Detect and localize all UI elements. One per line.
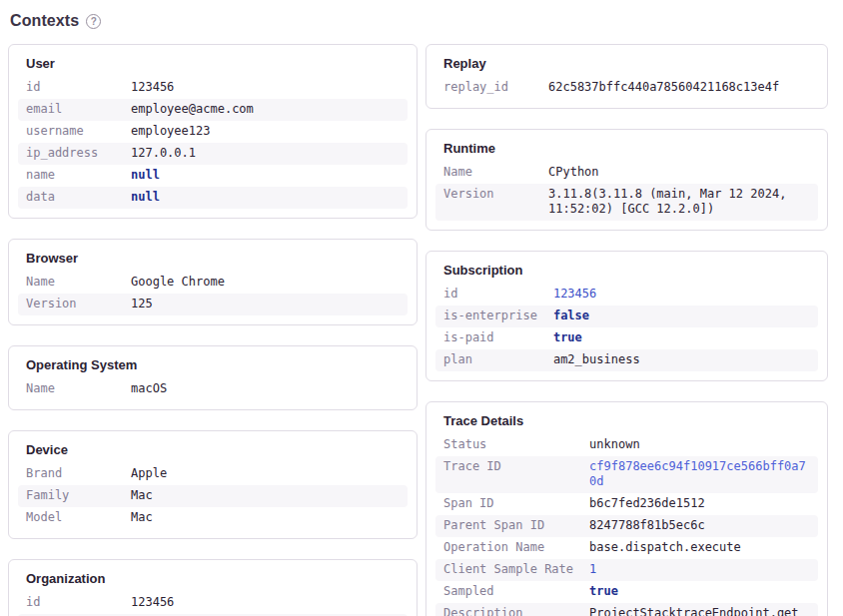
context-key: Parent Span ID	[435, 515, 581, 537]
card-title-runtime: Runtime	[435, 139, 818, 162]
context-value: 125	[123, 294, 408, 315]
context-key: Client Sample Rate	[435, 559, 581, 581]
context-card-runtime: Runtime Name CPython Version 3.11.8(3.11…	[425, 129, 828, 231]
context-value: Mac	[123, 485, 408, 507]
context-value: Google Chrome	[123, 272, 408, 294]
context-key: Description	[435, 603, 581, 616]
key-value-table: Name CPython Version 3.11.8(3.11.8 (main…	[435, 162, 818, 221]
context-row: email employee@acme.com	[18, 99, 408, 121]
context-value: 8247788f81b5ec6c	[581, 515, 818, 537]
context-row: Brand Apple	[18, 463, 408, 485]
context-value: employee123	[123, 121, 408, 143]
key-value-table: Name macOS	[18, 378, 408, 400]
context-value-null: null	[123, 187, 408, 209]
context-key: Sampled	[435, 581, 581, 603]
context-row: Description ProjectStacktraceEndpoint.ge…	[435, 603, 818, 616]
context-key: Operation Name	[435, 537, 581, 559]
card-title-browser: Browser	[18, 249, 408, 272]
context-value: employee@acme.com	[123, 99, 408, 121]
key-value-table: Name Google Chrome Version 125	[18, 272, 408, 315]
context-key: is-enterprise	[435, 306, 545, 327]
context-row: Span ID b6c7fed236de1512	[435, 493, 818, 515]
context-row: Version 125	[18, 294, 408, 315]
context-row: id 123456	[435, 284, 818, 306]
trace-id-link[interactable]: cf9f878ee6c94f10917ce566bff0a70d	[581, 456, 818, 493]
right-column: Replay replay_id 62c5837bffc440a78560421…	[425, 44, 828, 616]
context-row: id 123456	[18, 592, 408, 614]
context-row: name null	[18, 165, 408, 187]
context-value: macOS	[123, 378, 408, 400]
contexts-heading: Contexts ?	[10, 12, 835, 30]
context-row: replay_id 62c5837bffc440a78560421168c13e…	[435, 77, 818, 99]
context-value-boolean: false	[545, 306, 818, 327]
card-title-subscription: Subscription	[435, 261, 818, 284]
key-value-table: replay_id 62c5837bffc440a78560421168c13e…	[435, 77, 818, 99]
context-row: Name Google Chrome	[18, 272, 408, 294]
context-value: 123456	[123, 592, 408, 614]
context-key: Status	[435, 434, 581, 456]
context-key: plan	[435, 349, 545, 371]
card-title-operating-system: Operating System	[18, 355, 408, 378]
key-value-table: Status unknown Trace ID cf9f878ee6c94f10…	[435, 434, 818, 616]
context-value-number: 1	[581, 559, 818, 581]
context-key: Trace ID	[435, 456, 581, 493]
context-value: am2_business	[545, 349, 818, 371]
left-column: User id 123456 email employee@acme.com u…	[8, 44, 418, 616]
context-row: plan am2_business	[435, 349, 818, 371]
context-key: id	[18, 77, 123, 99]
context-row: is-enterprise false	[435, 306, 818, 327]
key-value-table: Brand Apple Family Mac Model Mac	[18, 463, 408, 529]
context-key: Model	[18, 507, 123, 529]
context-key: ip_address	[18, 143, 123, 165]
context-value-boolean: true	[545, 327, 818, 349]
key-value-table: id 123456 email employee@acme.com userna…	[18, 77, 408, 209]
context-key: email	[18, 99, 123, 121]
card-title-user: User	[18, 54, 408, 77]
context-card-user: User id 123456 email employee@acme.com u…	[8, 44, 418, 219]
card-title-device: Device	[18, 440, 408, 463]
context-row: Sampled true	[435, 581, 818, 603]
key-value-table: id 123456 slug acme	[18, 592, 408, 616]
context-key: is-paid	[435, 327, 545, 349]
context-value-boolean: true	[581, 581, 818, 603]
context-row: id 123456	[18, 77, 408, 99]
context-value: 127.0.0.1	[123, 143, 408, 165]
context-key: Name	[18, 378, 123, 400]
context-card-subscription: Subscription id 123456 is-enterprise fal…	[425, 251, 828, 381]
context-row: Parent Span ID 8247788f81b5ec6c	[435, 515, 818, 537]
context-value-null: null	[123, 165, 408, 187]
context-value: Apple	[123, 463, 408, 485]
context-key: Version	[435, 184, 540, 221]
key-value-table: id 123456 is-enterprise false is-paid tr…	[435, 284, 818, 371]
context-row: Family Mac	[18, 485, 408, 507]
card-title-organization: Organization	[18, 569, 408, 592]
context-card-replay: Replay replay_id 62c5837bffc440a78560421…	[425, 44, 828, 109]
help-icon[interactable]: ?	[86, 14, 101, 29]
context-row: Name macOS	[18, 378, 408, 400]
card-title-trace-details: Trace Details	[435, 411, 818, 434]
page-title: Contexts	[10, 12, 79, 30]
context-value: CPython	[540, 162, 818, 184]
context-card-browser: Browser Name Google Chrome Version 125	[8, 239, 418, 325]
context-value: ProjectStacktraceEndpoint.get	[581, 603, 818, 616]
context-row: ip_address 127.0.0.1	[18, 143, 408, 165]
context-row: data null	[18, 187, 408, 209]
context-value-number: 123456	[545, 284, 818, 306]
context-value: Mac	[123, 507, 408, 529]
context-row: username employee123	[18, 121, 408, 143]
context-key: replay_id	[435, 77, 540, 99]
context-key: Span ID	[435, 493, 581, 515]
contexts-grid: User id 123456 email employee@acme.com u…	[8, 44, 835, 616]
context-card-operating-system: Operating System Name macOS	[8, 345, 418, 410]
context-card-organization: Organization id 123456 slug acme	[8, 559, 418, 616]
context-key: username	[18, 121, 123, 143]
context-row: Status unknown	[435, 434, 818, 456]
context-row: Version 3.11.8(3.11.8 (main, Mar 12 2024…	[435, 184, 818, 221]
context-key: Family	[18, 485, 123, 507]
context-row: Operation Name base.dispatch.execute	[435, 537, 818, 559]
context-row: is-paid true	[435, 327, 818, 349]
context-row: Client Sample Rate 1	[435, 559, 818, 581]
context-value: unknown	[581, 434, 818, 456]
context-value: 123456	[123, 77, 408, 99]
context-card-device: Device Brand Apple Family Mac Model Mac	[8, 430, 418, 539]
